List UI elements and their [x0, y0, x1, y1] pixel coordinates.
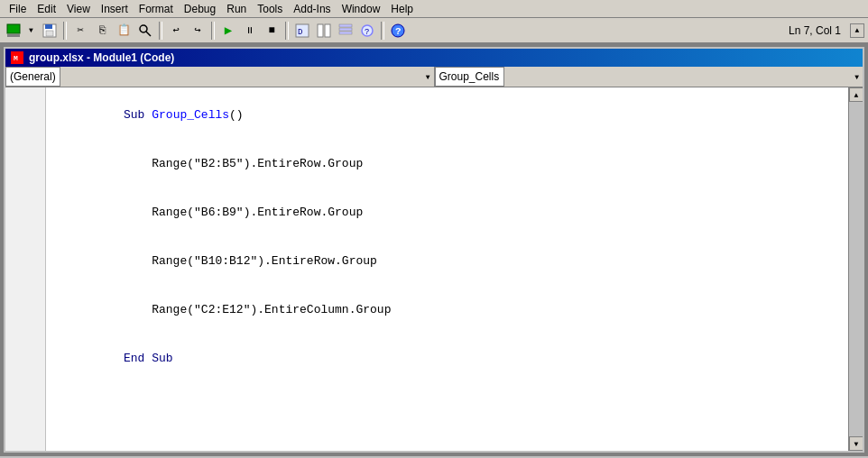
svg-line-6	[146, 32, 151, 36]
code-line-3: Range("B6:B9").EntireRow.Group	[53, 188, 841, 237]
toolbar-sep2	[159, 22, 162, 40]
code-window-title: group.xlsx - Module1 (Code)	[29, 51, 174, 64]
svg-rect-13	[339, 32, 352, 34]
toolbar-undo-btn[interactable]: ↩	[166, 21, 186, 41]
svg-text:D: D	[298, 28, 302, 37]
menu-file[interactable]: File	[4, 2, 32, 16]
svg-text:?: ?	[365, 28, 369, 37]
menu-tools[interactable]: Tools	[252, 2, 288, 16]
toolbar-view-btn[interactable]	[4, 21, 23, 41]
menu-addins[interactable]: Add-Ins	[288, 2, 336, 16]
toolbar-run-btn[interactable]: ▶	[218, 21, 238, 41]
toolbar-copy-btn[interactable]: ⎘	[92, 21, 112, 41]
svg-rect-10	[325, 24, 330, 37]
toolbar-dropdown-arrow[interactable]: ▼	[25, 21, 38, 41]
toolbar-paste-btn[interactable]: 📋	[114, 21, 134, 41]
svg-rect-4	[46, 31, 53, 36]
main-window: M group.xlsx - Module1 (Code) (General) …	[0, 43, 868, 456]
svg-rect-1	[7, 34, 20, 37]
line-gutter	[5, 87, 46, 451]
toolbar-design-btn[interactable]: D	[292, 21, 312, 41]
proc-dropdown-wrapper: Group_Cells	[435, 67, 863, 87]
toolbar-obj-btn[interactable]: ?	[357, 21, 377, 41]
code-line-6: End Sub	[53, 334, 841, 383]
toolbar-sep5	[381, 22, 384, 40]
toolbar-redo-btn[interactable]: ↪	[188, 21, 208, 41]
toolbar-help-btn[interactable]: ?	[388, 21, 408, 41]
dropdowns-row: (General) Group_Cells	[5, 67, 863, 87]
cursor-position: Ln 7, Col 1	[783, 24, 846, 37]
toolbar-view-dropdown[interactable]: ▼	[25, 21, 38, 41]
menu-debug[interactable]: Debug	[179, 2, 221, 16]
code-area: Sub Group_Cells() Range("B2:B5").EntireR…	[5, 87, 863, 451]
scroll-up-arrow[interactable]: ▲	[850, 23, 864, 38]
proc-dropdown[interactable]: Group_Cells	[435, 67, 504, 87]
toolbar-save-btn[interactable]	[40, 21, 60, 41]
menu-format[interactable]: Format	[134, 2, 179, 16]
menu-run[interactable]: Run	[221, 2, 252, 16]
menu-view[interactable]: View	[61, 2, 96, 16]
toolbar: ▼ ✂ ⎘ 📋 ↩ ↪ ▶ ⏸ ■ D ? ? Ln 7, Col 1 ▲	[0, 18, 868, 43]
svg-rect-3	[45, 24, 52, 29]
toolbar-prop-btn[interactable]	[336, 21, 356, 41]
menu-insert[interactable]: Insert	[96, 2, 134, 16]
svg-rect-0	[7, 24, 20, 33]
menu-window[interactable]: Window	[337, 2, 386, 16]
svg-text:M: M	[14, 54, 18, 62]
code-window: M group.xlsx - Module1 (Code) (General) …	[4, 47, 864, 453]
vertical-scrollbar[interactable]: ▲ ▼	[848, 87, 863, 451]
svg-rect-12	[339, 28, 352, 31]
menu-edit[interactable]: Edit	[32, 2, 61, 16]
svg-rect-11	[339, 24, 352, 27]
code-window-icon: M	[11, 51, 23, 64]
svg-point-5	[140, 25, 147, 32]
toolbar-sep3	[211, 22, 215, 40]
toolbar-sep1	[63, 22, 67, 40]
toolbar-find-btn[interactable]	[135, 21, 155, 41]
code-line-5: Range("C2:E12").EntireColumn.Group	[53, 286, 841, 334]
status-area: Ln 7, Col 1 ▲	[783, 23, 864, 38]
svg-text:?: ?	[395, 26, 402, 37]
scroll-down-btn[interactable]: ▼	[849, 436, 863, 451]
toolbar-pause-btn[interactable]: ⏸	[240, 21, 260, 41]
svg-rect-9	[318, 24, 323, 37]
general-dropdown[interactable]: (General)	[5, 67, 60, 87]
code-window-titlebar: M group.xlsx - Module1 (Code)	[5, 49, 863, 67]
toolbar-stop-btn[interactable]: ■	[262, 21, 282, 41]
code-line-4: Range("B10:B12").EntireRow.Group	[53, 237, 841, 286]
toolbar-proj-btn[interactable]	[314, 21, 334, 41]
toolbar-cut-btn[interactable]: ✂	[70, 21, 90, 41]
code-content[interactable]: Sub Group_Cells() Range("B2:B5").EntireR…	[46, 87, 848, 451]
code-line-2: Range("B2:B5").EntireRow.Group	[53, 140, 841, 188]
menu-help[interactable]: Help	[385, 2, 419, 16]
scroll-up-btn[interactable]: ▲	[849, 87, 863, 102]
scroll-track[interactable]	[849, 102, 863, 436]
menubar: File Edit View Insert Format Debug Run T…	[0, 0, 868, 18]
code-line-1: Sub Group_Cells()	[53, 91, 841, 140]
toolbar-sep4	[285, 22, 289, 40]
general-dropdown-wrapper: (General)	[5, 67, 435, 87]
